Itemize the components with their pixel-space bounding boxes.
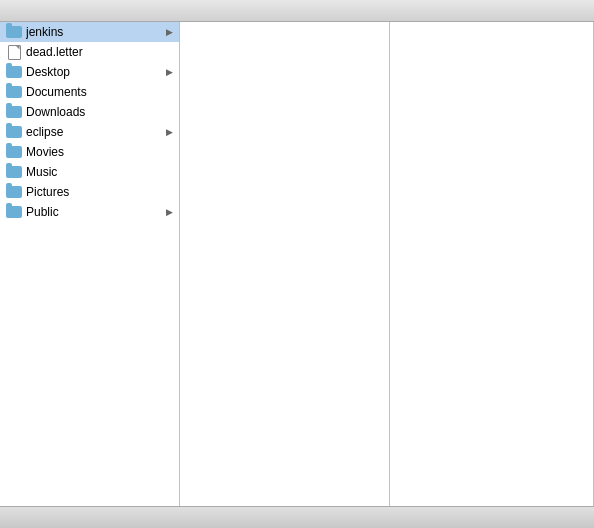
file-icon — [6, 44, 22, 60]
pane-filesystem: jenkins▶dead.letterDesktop▶DocumentsDown… — [0, 22, 180, 506]
list-item[interactable]: Public▶ — [0, 202, 179, 222]
title-bar — [0, 0, 594, 22]
folder-icon — [6, 84, 22, 100]
list-item[interactable]: Music — [0, 162, 179, 182]
list-item[interactable]: Desktop▶ — [0, 62, 179, 82]
list-item[interactable]: eclipse▶ — [0, 122, 179, 142]
item-label: eclipse — [26, 125, 163, 139]
folder-icon — [6, 144, 22, 160]
folder-icon — [6, 164, 22, 180]
item-label: dead.letter — [26, 45, 163, 59]
folder-icon — [6, 104, 22, 120]
bottom-bar — [0, 506, 594, 528]
expand-arrow: ▶ — [163, 127, 173, 137]
expand-arrow: ▶ — [163, 67, 173, 77]
folder-icon — [6, 24, 22, 40]
list-item[interactable]: Movies — [0, 142, 179, 162]
item-label: Public — [26, 205, 163, 219]
item-label: Documents — [26, 85, 163, 99]
list-item[interactable]: jenkins▶ — [0, 22, 179, 42]
folder-icon — [6, 124, 22, 140]
list-item[interactable]: dead.letter — [0, 42, 179, 62]
expand-arrow: ▶ — [163, 27, 173, 37]
list-item[interactable]: Documents — [0, 82, 179, 102]
folder-icon — [6, 204, 22, 220]
item-label: Downloads — [26, 105, 163, 119]
pane-war-contents — [390, 22, 594, 506]
expand-arrow: ▶ — [163, 207, 173, 217]
list-item[interactable]: Pictures — [0, 182, 179, 202]
item-label: jenkins — [26, 25, 163, 39]
folder-icon — [6, 64, 22, 80]
list-item[interactable]: Downloads — [0, 102, 179, 122]
item-label: Desktop — [26, 65, 163, 79]
item-label: Pictures — [26, 185, 163, 199]
item-label: Music — [26, 165, 163, 179]
item-label: Movies — [26, 145, 163, 159]
pane-jenkins-files — [180, 22, 390, 506]
folder-icon — [6, 184, 22, 200]
